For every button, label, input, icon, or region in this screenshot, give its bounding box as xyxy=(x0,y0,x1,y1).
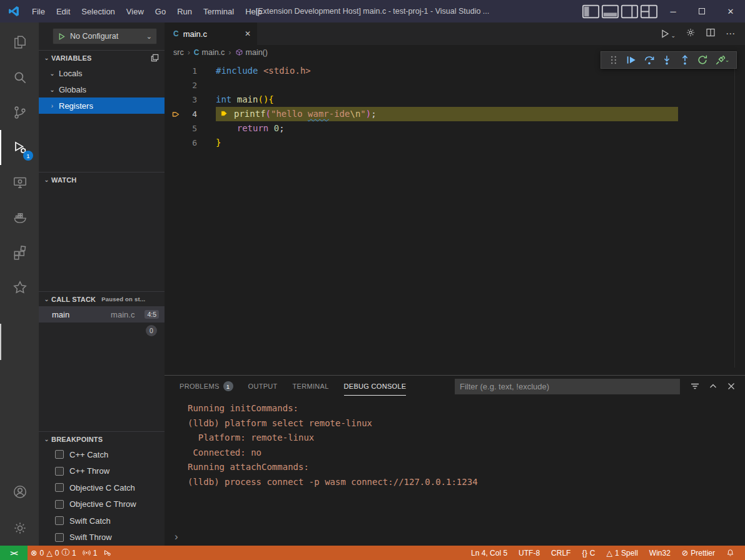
formatter-item[interactable]: ⊘ Prettier xyxy=(676,546,721,560)
disconnect-button[interactable]: ⌄ xyxy=(715,54,730,66)
collapse-all-icon[interactable] xyxy=(150,53,160,62)
breakpoints-section-header[interactable]: ⌄ BREAKPOINTS xyxy=(39,431,165,446)
step-into-button[interactable] xyxy=(661,54,672,66)
code-editor[interactable]: 1#include <stdio.h>23int main(){4printf(… xyxy=(165,60,745,375)
step-over-button[interactable] xyxy=(644,54,655,66)
menu-terminal[interactable]: Terminal xyxy=(198,0,240,22)
favorites-star-icon[interactable] xyxy=(0,270,39,305)
panel-tab-terminal[interactable]: TERMINAL xyxy=(293,376,329,397)
gutter[interactable]: 4 xyxy=(165,107,216,121)
breadcrumb-symbol[interactable]: main() xyxy=(235,48,268,57)
console-input-chevron-icon[interactable]: › xyxy=(175,532,178,542)
variables-item-registers[interactable]: › Registers xyxy=(39,98,165,114)
gutter[interactable]: 2 xyxy=(165,78,216,92)
call-stack-section-header[interactable]: ⌄ CALL STACK Paused on st... xyxy=(39,291,165,306)
eol-item[interactable]: CRLF xyxy=(545,546,576,560)
variables-item-locals[interactable]: ⌄ Locals xyxy=(39,65,165,81)
notifications-item[interactable] xyxy=(721,546,740,560)
breadcrumb-folder[interactable]: src xyxy=(173,48,184,57)
variables-item-globals[interactable]: ⌄ Globals xyxy=(39,81,165,98)
menu-edit[interactable]: Edit xyxy=(51,0,76,22)
inline-breakpoint-icon[interactable] xyxy=(220,109,229,118)
close-button[interactable]: ✕ xyxy=(716,0,745,22)
settings-gear-icon[interactable] xyxy=(0,511,39,546)
toggle-sidebar-icon[interactable] xyxy=(581,0,601,22)
toggle-panel-icon[interactable] xyxy=(601,0,620,22)
menu-file[interactable]: File xyxy=(26,0,51,22)
gutter[interactable]: 6 xyxy=(165,136,216,150)
launch-config-dropdown[interactable]: No Configurat ⌄ xyxy=(53,28,157,44)
language-mode-item[interactable]: {} C xyxy=(576,546,601,560)
panel-tab-output[interactable]: OUTPUT xyxy=(248,376,278,397)
step-out-button[interactable] xyxy=(679,54,691,66)
minimize-button[interactable]: ─ xyxy=(659,0,687,22)
console-filter-input[interactable] xyxy=(455,379,680,394)
restart-button[interactable] xyxy=(697,54,708,66)
menu-selection[interactable]: Selection xyxy=(76,0,120,22)
debug-status-item[interactable] xyxy=(100,546,114,560)
watch-section-header[interactable]: ⌄ WATCH xyxy=(39,172,165,187)
continue-button[interactable] xyxy=(626,54,637,66)
cursor-position-item[interactable]: Ln 4, Col 5 xyxy=(465,546,513,560)
breakpoint-checkbox[interactable] xyxy=(55,500,64,509)
docker-icon[interactable] xyxy=(0,200,39,235)
panel-tab-problems[interactable]: PROBLEMS1 xyxy=(180,376,233,397)
variables-section-header[interactable]: ⌄ VARIABLES xyxy=(39,50,165,65)
breakpoint-item[interactable]: Swift Throw xyxy=(39,529,165,546)
more-actions-button[interactable]: ⋯ xyxy=(726,28,735,39)
breakpoint-checkbox[interactable] xyxy=(55,467,64,476)
search-icon[interactable] xyxy=(0,60,39,95)
chevron-down-icon: ⌄ xyxy=(42,176,51,183)
stack-frame-row[interactable]: main main.c 4:5 xyxy=(39,306,165,322)
toolbar-drag-handle[interactable] xyxy=(608,54,619,66)
ports-status-item[interactable]: 1 xyxy=(79,546,101,560)
breakpoint-item[interactable]: Objective C Catch xyxy=(39,479,165,496)
account-icon[interactable] xyxy=(0,476,39,511)
close-panel-icon[interactable] xyxy=(726,381,736,391)
tab-main-c[interactable]: C main.c ✕ xyxy=(165,22,257,45)
build-target-item[interactable]: Win32 xyxy=(644,546,676,560)
extensions-icon[interactable] xyxy=(0,235,39,270)
menu-run[interactable]: Run xyxy=(171,0,198,22)
remote-explorer-icon[interactable] xyxy=(0,165,39,200)
breakpoint-item[interactable]: C++ Catch xyxy=(39,446,165,463)
code-line[interactable]: 4printf("hello wamr-ide\n"); xyxy=(165,107,745,121)
gutter[interactable]: 3 xyxy=(165,92,216,107)
panel-tab-debug-console[interactable]: DEBUG CONSOLE xyxy=(344,376,407,397)
console-output[interactable]: Running initCommands:(lldb) platform sel… xyxy=(165,397,745,546)
code-line[interactable]: 2 xyxy=(165,78,745,92)
breakpoint-item[interactable]: Swift Catch xyxy=(39,512,165,529)
start-debug-play-icon[interactable] xyxy=(58,32,66,41)
remote-indicator[interactable]: >< xyxy=(0,546,28,560)
customize-layout-icon[interactable] xyxy=(639,0,659,22)
code-line[interactable]: 5 return 0; xyxy=(165,121,745,136)
breakpoint-checkbox[interactable] xyxy=(55,516,64,525)
breakpoint-item[interactable]: C++ Throw xyxy=(39,463,165,480)
breadcrumb-file[interactable]: C main.c xyxy=(194,48,225,57)
breakpoint-checkbox[interactable] xyxy=(55,450,64,459)
code-line[interactable]: 6} xyxy=(165,136,745,150)
breakpoint-checkbox[interactable] xyxy=(55,533,64,542)
gutter[interactable]: 1 xyxy=(165,64,216,78)
source-control-icon[interactable] xyxy=(0,95,39,130)
filter-icon[interactable] xyxy=(690,381,700,391)
menu-view[interactable]: View xyxy=(121,0,150,22)
maximize-button[interactable] xyxy=(687,0,716,22)
toggle-secondary-sidebar-icon[interactable] xyxy=(620,0,639,22)
maximize-panel-chevron-up-icon[interactable] xyxy=(708,381,718,391)
window-controls: ─ ✕ xyxy=(581,0,745,22)
tab-close-icon[interactable]: ✕ xyxy=(245,29,251,38)
menu-go[interactable]: Go xyxy=(150,0,171,22)
run-menu-button[interactable]: ⌄ xyxy=(660,29,676,39)
encoding-item[interactable]: UTF-8 xyxy=(513,546,545,560)
run-and-debug-icon[interactable]: 1 xyxy=(0,130,39,165)
explorer-icon[interactable] xyxy=(0,25,39,60)
breakpoint-item[interactable]: Objective C Throw xyxy=(39,496,165,513)
breakpoint-checkbox[interactable] xyxy=(55,483,64,492)
split-editor-button[interactable] xyxy=(706,28,716,40)
spell-checker-item[interactable]: △ 1 Spell xyxy=(601,546,643,560)
problems-status-item[interactable]: ⊗ 0 △ 0 ⓘ 1 xyxy=(28,546,79,560)
code-line[interactable]: 3int main(){ xyxy=(165,92,745,107)
gear-button[interactable] xyxy=(686,28,696,40)
gutter[interactable]: 5 xyxy=(165,121,216,136)
